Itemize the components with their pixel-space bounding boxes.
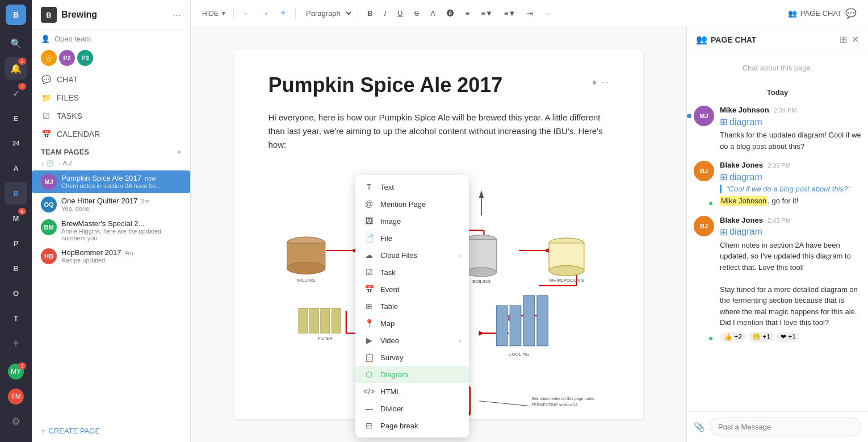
page-chat-button[interactable]: 👥 PAGE CHAT 💬 bbox=[783, 6, 861, 21]
chat-input[interactable] bbox=[710, 418, 861, 436]
b2-icon[interactable]: B bbox=[5, 257, 27, 280]
map-menu-icon: 📍 bbox=[363, 319, 375, 328]
unread-dot bbox=[687, 114, 691, 118]
menu-item-event[interactable]: 📅 Event bbox=[355, 281, 469, 298]
notifications-icon[interactable]: 🔔2 bbox=[5, 57, 27, 80]
msg-link-blake-1[interactable]: ⊞ diagram bbox=[720, 172, 861, 182]
menu-item-text[interactable]: T Text bbox=[355, 178, 469, 195]
svg-rect-44 bbox=[320, 308, 329, 333]
sidebar-item-chat[interactable]: 💬 CHAT bbox=[32, 70, 190, 89]
doc-title: Pumpkin Spice Ale 2017 bbox=[269, 73, 503, 97]
online-indicator-blake bbox=[708, 201, 714, 206]
menu-item-html[interactable]: </> HTML bbox=[355, 383, 469, 400]
chat-close-icon[interactable]: ✕ bbox=[852, 34, 859, 45]
menu-item-mention-page[interactable]: @ Mention Page bbox=[355, 195, 469, 212]
menu-item-cloud-files[interactable]: ☁ Cloud Files › bbox=[355, 247, 469, 264]
insert-button[interactable]: + bbox=[276, 5, 291, 22]
italic-button[interactable]: I bbox=[379, 7, 391, 20]
msg-link-blake-2[interactable]: ⊞ diagram bbox=[720, 227, 861, 237]
main-area: HIDE ▼ ← → + Paragraph Heading 1 Heading… bbox=[191, 0, 868, 442]
link-icon-mike-1: ⊞ bbox=[720, 116, 727, 127]
paragraph-select[interactable]: Paragraph Heading 1 Heading 2 bbox=[300, 6, 353, 20]
page-item-onehitter[interactable]: OQ One Hitter Quitter 2017 3m Yep, done. bbox=[32, 193, 190, 216]
menu-item-task[interactable]: ☑ Task bbox=[355, 264, 469, 281]
t-icon[interactable]: T bbox=[5, 307, 27, 330]
m-icon[interactable]: M6 bbox=[5, 207, 27, 230]
font-color-button[interactable]: A bbox=[426, 7, 440, 20]
align-button[interactable]: ≡ bbox=[461, 7, 475, 20]
menu-item-divider[interactable]: — Divider bbox=[355, 400, 469, 417]
survey-menu-icon: 📋 bbox=[363, 353, 375, 362]
sort-time[interactable]: ↓ 🕐 bbox=[41, 160, 54, 167]
e-icon[interactable]: E bbox=[5, 107, 27, 130]
menu-item-table[interactable]: ⊞ Table bbox=[355, 298, 469, 315]
reaction-heart[interactable]: ❤ +1 bbox=[777, 332, 800, 342]
strikethrough-button[interactable]: S bbox=[410, 7, 424, 20]
undo-button[interactable]: ← bbox=[238, 7, 255, 20]
chat-panel: 👥 PAGE CHAT ⊞ ✕ Chat about this page. To… bbox=[686, 27, 868, 442]
workspace-avatar[interactable]: BrewingB bbox=[6, 5, 26, 25]
chat-input-area: 📎 bbox=[687, 411, 868, 442]
avatar-3[interactable]: P3 bbox=[77, 50, 93, 66]
task-menu-icon: ☑ bbox=[363, 268, 375, 277]
hide-button[interactable]: HIDE ▼ bbox=[198, 7, 234, 20]
indent-button[interactable]: ⇥ bbox=[522, 7, 538, 20]
list-button[interactable]: ≡▼ bbox=[476, 7, 497, 20]
menu-item-survey[interactable]: 📋 Survey bbox=[355, 349, 469, 366]
page-item-hopbommer[interactable]: HB HopBommer 2017 4m Recipe updated. bbox=[32, 245, 190, 268]
page-item-brewmaster[interactable]: BM BrewMaster's Special 2... Annie Higgi… bbox=[32, 216, 190, 245]
tasks-icon[interactable]: ✓7 bbox=[5, 82, 27, 105]
msg-body-mike-1: Mike Johnson 2:34 PM ⊞ diagram Thanks fo… bbox=[720, 106, 861, 152]
more-button[interactable]: ··· bbox=[540, 7, 555, 20]
reaction-smile[interactable]: 😁 +1 bbox=[748, 332, 774, 342]
highlight-button[interactable]: 🅐 bbox=[442, 7, 459, 20]
reaction-thumbs[interactable]: 👍 +2 bbox=[720, 332, 746, 342]
mention-menu-icon: @ bbox=[363, 199, 375, 209]
msg-link-mike-1[interactable]: ⊞ diagram bbox=[720, 116, 861, 127]
underline-button[interactable]: U bbox=[393, 7, 407, 20]
chat-attach-icon[interactable]: 📎 bbox=[694, 422, 705, 432]
filter-cylinders: FILTER bbox=[298, 308, 340, 341]
avatar-2[interactable]: P2 bbox=[59, 50, 75, 66]
o-icon[interactable]: O bbox=[5, 282, 27, 305]
sidebar-item-calendar[interactable]: 📅 CALENDAR bbox=[32, 125, 190, 143]
msg-quote-blake-1: "Cool if we do a blog post about this?" bbox=[720, 185, 861, 193]
sort-alpha[interactable]: ↓ A-Z bbox=[58, 160, 73, 167]
add-workspace-icon[interactable]: + bbox=[5, 332, 27, 355]
create-page-button[interactable]: + CREATE PAGE bbox=[41, 427, 181, 435]
msg-header-blake-2: Blake Jones 2:43 PM bbox=[720, 216, 861, 224]
sidebar-item-files[interactable]: 📁 FILES bbox=[32, 89, 190, 107]
page-item-pumpkin[interactable]: MJ Pumpkin Spice Ale 2017 now Chem notes… bbox=[32, 170, 190, 193]
settings-icon[interactable]: ⚙ bbox=[5, 410, 27, 433]
bookmark-icon[interactable]: ♦ bbox=[592, 77, 597, 87]
team-menu-icon[interactable]: ··· bbox=[173, 9, 181, 21]
redo-button[interactable]: → bbox=[257, 7, 274, 20]
menu-item-file[interactable]: 📄 File bbox=[355, 230, 469, 247]
a-icon[interactable]: A bbox=[5, 157, 27, 180]
chat-minimize-icon[interactable]: ⊞ bbox=[840, 34, 847, 45]
p-icon[interactable]: P bbox=[5, 232, 27, 255]
doc-options-icon[interactable]: ··· bbox=[601, 77, 609, 87]
team-member-icon[interactable]: TM bbox=[5, 385, 27, 408]
svg-text:COOLING: COOLING bbox=[508, 352, 529, 357]
svg-marker-41 bbox=[479, 190, 484, 198]
sidebar-item-tasks[interactable]: ☑ TASKS bbox=[32, 107, 190, 125]
ordered-list-button[interactable]: ≡▼ bbox=[500, 7, 520, 20]
menu-item-diagram[interactable]: ⬡ Diagram bbox=[355, 366, 469, 383]
calendar-rail-icon[interactable]: 24 bbox=[5, 132, 27, 155]
my-account-icon[interactable]: MY 1 bbox=[5, 360, 27, 383]
b-icon[interactable]: B bbox=[5, 182, 27, 205]
tasks-nav-icon: ☑ bbox=[41, 111, 51, 120]
new-page-icon[interactable]: + bbox=[177, 148, 181, 156]
menu-item-map[interactable]: 📍 Map bbox=[355, 315, 469, 332]
bold-button[interactable]: B bbox=[363, 7, 377, 20]
open-team-button[interactable]: 👤 Open team bbox=[32, 30, 190, 48]
svg-rect-33 bbox=[466, 240, 496, 272]
diagram-menu-icon: ⬡ bbox=[363, 370, 375, 379]
menu-item-image[interactable]: 🖼 Image bbox=[355, 212, 469, 230]
menu-item-video[interactable]: ▶ Video › bbox=[355, 332, 469, 349]
msg-text-blake-2: Chem notes in section 2A have been updat… bbox=[720, 240, 861, 328]
avatar-1[interactable]: 👑 bbox=[41, 50, 57, 66]
menu-item-page-break[interactable]: ⊟ Page break bbox=[355, 417, 469, 434]
search-icon[interactable]: 🔍 bbox=[5, 32, 27, 55]
